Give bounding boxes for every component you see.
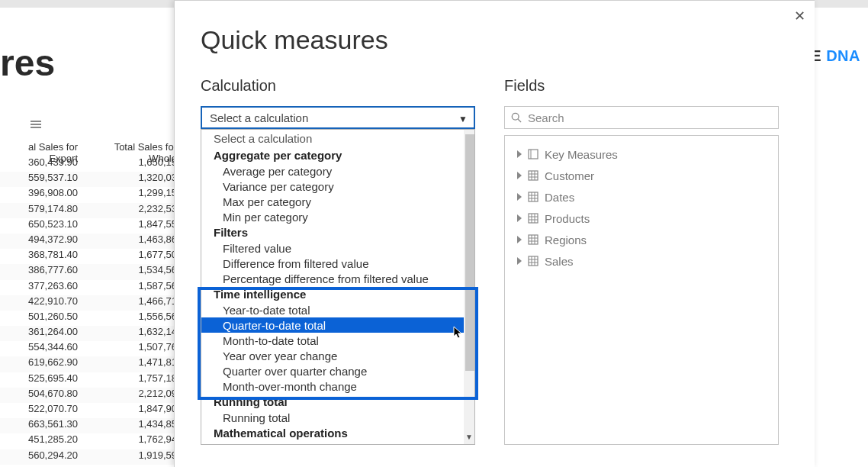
svg-rect-2 xyxy=(529,150,538,159)
cell-whole: 1,919,59 xyxy=(84,449,183,465)
dropdown-item[interactable]: Running total xyxy=(201,410,464,425)
cell-export: 501,260.50 xyxy=(0,311,84,326)
svg-rect-24 xyxy=(529,256,538,266)
cell-export: 360,439.90 xyxy=(0,156,84,172)
table-row: 522,070.701,847,90 xyxy=(0,403,183,418)
table-row: 619,662.901,471,81 xyxy=(0,356,183,372)
dropdown-item[interactable]: Filtered value xyxy=(201,240,464,256)
table-row: 386,777.601,534,56 xyxy=(0,264,183,279)
dropdown-prompt[interactable]: Select a calculation xyxy=(201,130,464,147)
expand-caret-icon xyxy=(517,257,522,265)
field-item[interactable]: Customer xyxy=(505,165,778,186)
cell-export: 494,372.90 xyxy=(0,234,84,249)
cell-export: 396,908.00 xyxy=(0,187,84,202)
svg-rect-14 xyxy=(529,214,538,223)
dialog-title: Quick measures xyxy=(201,25,388,55)
logo-text-dna: DNA xyxy=(826,47,860,64)
cell-export: 663,561.30 xyxy=(0,418,84,433)
field-label: Sales xyxy=(545,255,574,268)
table-row: 494,372.901,463,86 xyxy=(0,234,183,249)
table-row: 360,439.901,650,19 xyxy=(0,156,183,172)
dropdown-item[interactable]: Max per category xyxy=(201,194,464,209)
table-row: 663,561.301,434,85 xyxy=(0,418,183,433)
field-label: Dates xyxy=(545,191,574,204)
table-icon xyxy=(528,170,538,181)
cell-export: 559,537.10 xyxy=(0,172,84,187)
search-placeholder: Search xyxy=(528,111,564,124)
cell-whole: 1,650,19 xyxy=(84,156,183,172)
cell-whole: 1,587,56 xyxy=(84,280,183,295)
expand-caret-icon xyxy=(517,172,522,179)
cell-whole: 1,556,56 xyxy=(84,311,183,326)
cell-whole: 1,677,50 xyxy=(84,249,183,264)
calculation-select-text: Select a calculation xyxy=(210,111,308,124)
field-item[interactable]: Sales xyxy=(505,250,778,272)
field-label: Key Measures xyxy=(545,148,618,161)
cell-whole: 1,847,55 xyxy=(84,218,183,234)
cell-whole: 2,212,09 xyxy=(84,388,183,403)
field-item[interactable]: Key Measures xyxy=(505,143,778,165)
fields-search-input[interactable]: Search xyxy=(504,106,779,129)
chevron-down-icon: ▼ xyxy=(458,114,468,124)
dropdown-group-header: Filters xyxy=(201,224,464,240)
cell-export: 554,344.60 xyxy=(0,341,84,356)
field-item[interactable]: Products xyxy=(505,208,778,229)
scrollbar-thumb[interactable] xyxy=(465,134,474,371)
table-icon xyxy=(528,256,538,266)
cell-whole: 1,762,94 xyxy=(84,433,183,449)
dropdown-group-header: Mathematical operations xyxy=(201,425,464,441)
svg-rect-19 xyxy=(529,235,538,244)
dropdown-item[interactable]: Year-to-date total xyxy=(201,302,464,317)
dropdown-scrollbar[interactable]: ▼ xyxy=(464,130,474,444)
cell-whole: 1,471,81 xyxy=(84,356,183,372)
cell-whole: 1,757,18 xyxy=(84,372,183,388)
dropdown-item[interactable]: Quarter over quarter change xyxy=(201,363,464,378)
col-header-whole: Total Sales for Whole xyxy=(84,141,183,156)
close-icon[interactable]: ✕ xyxy=(789,5,810,27)
dropdown-item[interactable]: Quarter-to-date total xyxy=(201,317,464,333)
field-label: Regions xyxy=(545,234,587,246)
svg-point-0 xyxy=(512,113,519,120)
table-row: 377,263.601,587,56 xyxy=(0,280,183,295)
col-header-export: al Sales for Export xyxy=(0,141,84,156)
cell-export: 368,781.40 xyxy=(0,249,84,264)
cell-whole: 1,463,86 xyxy=(84,234,183,249)
expand-caret-icon xyxy=(517,150,522,158)
cell-export: 619,662.90 xyxy=(0,356,84,372)
hamburger-icon[interactable] xyxy=(31,121,41,128)
dropdown-item[interactable]: Difference from filtered value xyxy=(201,256,464,271)
field-item[interactable]: Dates xyxy=(505,186,778,208)
table-row: 579,174.802,232,53 xyxy=(0,203,183,218)
cell-export: 560,294.20 xyxy=(0,449,84,465)
dropdown-item[interactable]: Percentage difference from filtered valu… xyxy=(201,271,464,286)
table-row: 361,264.001,632,14 xyxy=(0,326,183,341)
fields-label: Fields xyxy=(504,77,545,95)
svg-rect-9 xyxy=(529,192,538,201)
dropdown-item[interactable]: Min per category xyxy=(201,209,464,224)
dropdown-group-header: Aggregate per category xyxy=(201,147,464,163)
table-row: 559,537.101,320,03 xyxy=(0,172,183,187)
calculation-select[interactable]: Select a calculation ▼ xyxy=(201,106,475,129)
page-title-fragment: res xyxy=(0,42,55,84)
field-item[interactable]: Regions xyxy=(505,229,778,250)
table-row: 501,260.501,556,56 xyxy=(0,311,183,326)
table-icon xyxy=(528,234,538,245)
table-icon xyxy=(528,213,538,224)
field-label: Products xyxy=(545,212,590,225)
table-icon xyxy=(528,192,538,202)
dropdown-item[interactable]: Month-to-date total xyxy=(201,333,464,348)
expand-caret-icon xyxy=(517,193,522,201)
cell-whole: 1,299,15 xyxy=(84,187,183,202)
scroll-down-icon[interactable]: ▼ xyxy=(465,433,473,441)
dropdown-item[interactable]: Variance per category xyxy=(201,179,464,194)
dropdown-item[interactable]: Year over year change xyxy=(201,348,464,363)
cell-export: 579,174.80 xyxy=(0,203,84,218)
dropdown-item[interactable]: Average per category xyxy=(201,163,464,179)
dropdown-group-header: Time intelligence xyxy=(201,286,464,302)
dropdown-item[interactable]: Month-over-month change xyxy=(201,378,464,394)
table-row: 422,910.701,466,71 xyxy=(0,295,183,311)
calculation-dropdown[interactable]: Select a calculationAggregate per catego… xyxy=(201,129,475,445)
table-row: 368,781.401,677,50 xyxy=(0,249,183,264)
table-row: 396,908.001,299,15 xyxy=(0,187,183,202)
cell-export: 361,264.00 xyxy=(0,326,84,341)
